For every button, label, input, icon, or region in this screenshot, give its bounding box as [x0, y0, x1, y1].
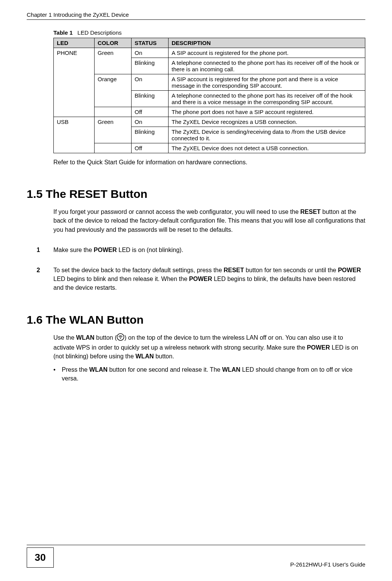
reset-bold: RESET — [223, 267, 244, 273]
footer-guide: P-2612HWU-F1 User's Guide — [290, 561, 365, 568]
cell-color — [95, 143, 132, 153]
cell-desc: The ZyXEL Device does not detect a USB c… — [169, 143, 365, 153]
cell-desc: The ZyXEL Device recognizes a USB connec… — [169, 117, 365, 127]
text: button. — [154, 353, 174, 360]
table-row: Off The phone port does not have a SIP a… — [54, 107, 365, 117]
cell-desc: The ZyXEL Device is sending/receiving da… — [169, 127, 365, 143]
section-1-6-intro: Use the WLAN button () on the top of the… — [53, 333, 365, 361]
cell-status: Blinking — [132, 91, 169, 107]
text: button for one second and release it. Th… — [108, 366, 222, 373]
text: button ( — [95, 334, 117, 341]
bullet-dot: • — [53, 365, 62, 383]
bullet-item: • Press the WLAN button for one second a… — [53, 365, 365, 383]
power-bold: POWER — [307, 344, 330, 351]
step-number: 1 — [37, 246, 53, 254]
step-1: 1 Make sure the POWER LED is on (not bli… — [53, 246, 365, 254]
th-status: STATUS — [132, 38, 169, 48]
refer-paragraph: Refer to the Quick Start Guide for infor… — [53, 158, 365, 167]
text: LED is on (not blinking). — [117, 247, 183, 253]
text: Make sure the — [53, 247, 94, 253]
cell-led: PHONE — [54, 48, 95, 117]
table-row: Off The ZyXEL Device does not detect a U… — [54, 143, 365, 153]
section-1-6-heading: 1.6 The WLAN Button — [27, 313, 365, 326]
cell-color: Green — [95, 48, 132, 74]
power-bold: POWER — [94, 247, 117, 253]
power-bold: POWER — [189, 276, 212, 282]
cell-status: Blinking — [132, 58, 169, 74]
cell-status: On — [132, 117, 169, 127]
cell-desc: A SIP account is registered for the phon… — [169, 74, 365, 91]
table-row: USB Green On The ZyXEL Device recognizes… — [54, 117, 365, 127]
cell-status: Blinking — [132, 127, 169, 143]
table-caption-text: LED Descriptions — [77, 29, 122, 36]
wlan-bold: WLAN — [222, 366, 240, 373]
text: Press the — [62, 366, 89, 373]
text: LED begins to blink and then release it.… — [53, 276, 189, 282]
page-footer: 30 P-2612HWU-F1 User's Guide — [27, 545, 365, 568]
led-table: LED COLOR STATUS DESCRIPTION PHONE Green… — [53, 38, 365, 153]
wlan-icon — [117, 333, 124, 343]
text: button for ten seconds or until the — [244, 267, 338, 273]
cell-led: USB — [54, 117, 95, 153]
bullet-text: Press the WLAN button for one second and… — [62, 365, 365, 383]
text: Use the — [53, 334, 76, 341]
cell-desc: The phone port does not have a SIP accou… — [169, 107, 365, 117]
table-row: Orange On A SIP account is registered fo… — [54, 74, 365, 91]
reset-bold: RESET — [300, 209, 320, 215]
cell-color: Orange — [95, 74, 132, 107]
cell-color: Green — [95, 117, 132, 143]
wlan-bold: WLAN — [135, 353, 154, 360]
chapter-header: Chapter 1 Introducing the ZyXEL Device — [27, 11, 365, 18]
th-led: LED — [54, 38, 95, 48]
cell-status: On — [132, 48, 169, 58]
cell-status: On — [132, 74, 169, 91]
table-caption: Table 1 LED Descriptions — [53, 29, 365, 36]
step-2: 2 To set the device back to the factory … — [53, 266, 365, 292]
table-row: PHONE Green On A SIP account is register… — [54, 48, 365, 58]
wlan-bold: WLAN — [89, 366, 108, 373]
cell-desc: A SIP account is registered for the phon… — [169, 48, 365, 58]
wlan-bold: WLAN — [76, 334, 95, 341]
section-1-5-heading: 1.5 The RESET Button — [27, 188, 365, 201]
cell-desc: A telephone connected to the phone port … — [169, 58, 365, 74]
text: To set the device back to the factory de… — [53, 267, 223, 273]
cell-color — [95, 107, 132, 117]
table-caption-label: Table 1 — [53, 29, 73, 36]
power-bold: POWER — [338, 267, 361, 273]
step-number: 2 — [37, 266, 53, 292]
footer-rule — [27, 545, 365, 545]
step-text: Make sure the POWER LED is on (not blink… — [53, 246, 365, 254]
table-header-row: LED COLOR STATUS DESCRIPTION — [54, 38, 365, 48]
page-number: 30 — [27, 547, 54, 568]
text: If you forget your password or cannot ac… — [53, 209, 300, 215]
th-color: COLOR — [95, 38, 132, 48]
cell-status: Off — [132, 107, 169, 117]
th-description: DESCRIPTION — [169, 38, 365, 48]
svg-point-1 — [120, 338, 121, 339]
step-text: To set the device back to the factory de… — [53, 266, 365, 292]
cell-status: Off — [132, 143, 169, 153]
header-rule — [27, 19, 365, 20]
cell-desc: A telephone connected to the phone port … — [169, 91, 365, 107]
section-1-5-intro: If you forget your password or cannot ac… — [53, 207, 365, 234]
